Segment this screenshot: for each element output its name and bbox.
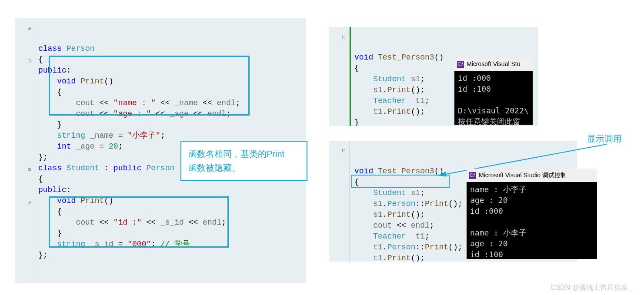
explicit-call-label: 显示调用: [587, 133, 622, 145]
vs-icon: C:\: [457, 61, 464, 68]
console-body: id :000 id :100 D:\visaul 2022\ 按任意键关闭此窗: [454, 71, 533, 129]
watermark: CSDN @落魄山首席供奉_: [551, 283, 632, 292]
console-body: name : 小李子 age : 20 id :000 name : 小李子 a…: [467, 182, 597, 262]
annotation-line2: 函数被隐藏。: [188, 161, 300, 175]
console-title: C:\ Microsoft Visual Studio 调试控制: [467, 169, 597, 182]
console-title-text: Microsoft Visual Studio 调试控制: [479, 170, 567, 181]
console-bottom: C:\ Microsoft Visual Studio 调试控制 name : …: [467, 169, 597, 259]
console-title-text: Microsoft Visual Stu: [467, 59, 520, 70]
console-top: C:\ Microsoft Visual Stu id :000 id :100…: [454, 57, 533, 125]
console-title: C:\ Microsoft Visual Stu: [454, 57, 533, 71]
annotation-line1: 函数名相同，基类的Print: [188, 147, 300, 161]
annotation-center: 函数名相同，基类的Print 函数被隐藏。: [180, 141, 307, 181]
vs-icon: C:\: [469, 172, 476, 179]
